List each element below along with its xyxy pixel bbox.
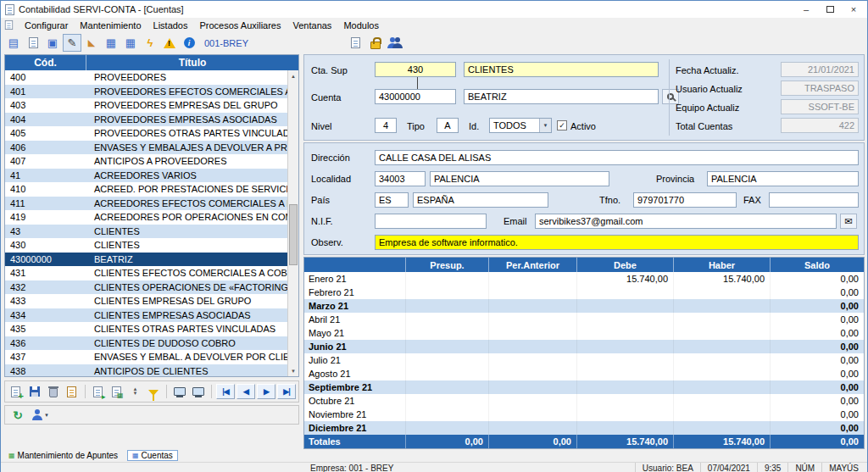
child-window-icon[interactable] [5,20,13,30]
grid-view-button[interactable]: ▦ [102,34,120,52]
cta-sup-code-field[interactable]: 430 [375,62,456,77]
linked-accounts-button[interactable]: ▣ [43,34,62,52]
nif-field[interactable] [375,214,487,229]
save-button[interactable] [26,383,43,400]
table-row[interactable]: 435 CLIENTES OTRAS PARTES VINCULADAS [5,322,287,336]
company-selector[interactable]: 001-BREY [204,38,248,48]
table-row[interactable]: 436 CLIENTES DE DUDOSO COBRO [5,336,287,351]
maximize-button[interactable] [818,2,842,17]
scrollbar-thumb[interactable] [289,204,298,265]
table-row[interactable]: 411 ACREEDORES EFECTOS COMERCIALES A P..… [5,197,287,211]
table-row[interactable]: 431 CLIENTES EFECTOS COMERCIALES A COBR.… [5,266,287,280]
nav-last-button[interactable]: ▶| [277,384,296,399]
monthly-row[interactable]: Agosto 21 0,00 [304,367,864,380]
observ-field[interactable]: Empresa de software informatico. [375,235,859,250]
monthly-row[interactable]: Marzo 21 0,00 [304,299,864,313]
close-button[interactable]: × [842,2,865,17]
cuenta-code-field[interactable]: 43000000 [375,89,456,104]
table-row[interactable]: 401 PROVEEDORES EFECTOS COMERCIALES A ..… [5,85,287,99]
menu-item[interactable]: Listados [147,19,194,31]
table-row[interactable]: 432 CLIENTES OPERACIONES DE «FACTORING» [5,280,287,295]
cta-sup-name-field[interactable]: CLIENTES [464,62,659,77]
table-row[interactable]: 437 ENVASES Y EMBAL. A DEVOLVER POR CLIE… [5,350,287,364]
refresh-button[interactable]: ↻ [8,407,27,424]
quick-action-button[interactable]: ϟ [141,34,159,52]
per-anterior-column-header[interactable]: Per.Anterior [489,258,577,272]
filter-button[interactable] [145,383,162,400]
sort-button[interactable]: ▲▼ [127,383,144,400]
table-row[interactable]: 43 CLIENTES [5,225,287,239]
export-excel-button[interactable]: ▦ [108,383,125,400]
menu-item[interactable]: Procesos Auxiliares [194,19,287,31]
scroll-up-icon[interactable]: ▲ [288,70,298,81]
monthly-row[interactable]: Noviembre 21 0,00 [304,408,864,421]
title-column-header[interactable]: Título [86,55,298,70]
edit-mode-button[interactable]: ✎ [63,34,81,52]
monthly-row[interactable]: Octubre 21 0,00 [304,394,864,408]
add-button[interactable]: + [8,383,25,400]
monthly-row[interactable]: Julio 21 0,00 [304,353,864,367]
menu-item[interactable]: Modulos [337,19,385,31]
new-document-button[interactable] [24,34,42,52]
users-button[interactable] [386,34,404,52]
code-column-header[interactable]: Cód. [5,55,86,70]
provincia-field[interactable]: PALENCIA [707,171,859,186]
table-row[interactable]: 406 ENVASES Y EMBALAJES A DEVOLVER A PR.… [5,141,287,155]
table-row[interactable]: 410 ACREED. POR PRESTACIONES DE SERVICIO… [5,182,287,197]
scroll-down-icon[interactable]: ▼ [288,365,298,376]
menu-item[interactable]: Mantenimiento [74,19,147,31]
measure-button[interactable]: ◣ [82,34,101,52]
table-row[interactable]: 407 ANTICIPOS A PROVEEDORES [5,154,287,169]
table-row[interactable]: 434 CLIENTES EMPRESAS ASOCIADAS [5,308,287,323]
monthly-row[interactable]: Abril 21 0,00 [304,313,864,326]
lock-button[interactable] [366,34,385,52]
send-email-button[interactable]: ✉ [840,214,857,229]
table-row[interactable]: 419 ACREEDORES POR OPERACIONES EN COMÚN [5,210,287,225]
export-button[interactable]: ▸ [90,383,107,400]
screen-view-button[interactable] [171,383,188,400]
nav-first-button[interactable]: |◀ [216,384,235,399]
tab-cuentas[interactable]: ▦ Cuentas [127,450,178,461]
accounts-grid-button[interactable]: ▤ [4,34,23,52]
pais-code-field[interactable]: ES [375,192,409,208]
table-row[interactable]: 404 PROVEEDORES EMPRESAS ASOCIADAS [5,113,287,127]
monthly-row[interactable]: Septiembre 21 0,00 [304,380,864,394]
monthly-row[interactable]: Febrero 21 0,00 [304,286,864,299]
accounts-scrollbar[interactable]: ▲ ▼ [287,70,298,376]
table-row[interactable]: 400 PROVEEDORES [5,70,287,85]
user-lookup-button[interactable]: ▼ [31,407,50,424]
info-button[interactable] [180,34,198,52]
pais-field[interactable]: ESPAÑA [413,192,548,208]
menu-item[interactable]: Ventanas [287,19,338,31]
table-row[interactable]: 43000000 BEATRIZ [5,253,287,267]
page-button[interactable] [347,34,365,52]
table-row[interactable]: 405 PROVEEDORES OTRAS PARTES VINCULADAS [5,126,287,141]
haber-column-header[interactable]: Haber [674,258,771,272]
cuenta-name-field[interactable]: BEATRIZ [464,89,659,104]
table-row[interactable]: 403 PROVEEDORES EMPRESAS DEL GRUPO [5,98,287,113]
tfno-field[interactable]: 979701770 [633,192,737,208]
minimize-button[interactable]: – [794,2,818,17]
tab-mantenimiento-apuntes[interactable]: ▦ Mantenimiento de Apuntes [4,450,122,461]
presup-column-header[interactable]: Presup. [406,258,489,272]
alerts-button[interactable] [160,34,179,52]
nav-next-button[interactable]: ▶ [257,384,275,399]
monthly-row[interactable]: Enero 21 15.740,00 15.740,00 0,00 [304,272,864,286]
delete-button[interactable] [45,383,62,400]
activo-checkbox[interactable]: ✓ [557,120,567,130]
table-row[interactable]: 41 ACREEDORES VARIOS [5,169,287,183]
debe-column-header[interactable]: Debe [577,258,674,272]
table-row[interactable]: 433 CLIENTES EMPRESAS DEL GRUPO [5,294,287,308]
print-preview-button[interactable] [190,383,207,400]
monthly-row[interactable]: Junio 21 0,00 [304,340,864,353]
grid-view-alt-button[interactable]: ▦ [121,34,140,52]
direccion-field[interactable]: CALLE CASA DEL ALISAS [375,150,859,165]
fax-field[interactable] [769,192,859,208]
saldo-column-header[interactable]: Saldo [771,258,864,272]
nivel-field[interactable]: 4 [375,118,397,133]
cp-field[interactable]: 34003 [375,171,426,186]
email-field[interactable]: servibikes37@gmail.com [535,214,837,229]
table-row[interactable]: 430 CLIENTES [5,238,287,253]
table-row[interactable]: 438 ANTICIPOS DE CLIENTES [5,364,287,377]
menu-item[interactable]: Configurar [19,19,74,31]
